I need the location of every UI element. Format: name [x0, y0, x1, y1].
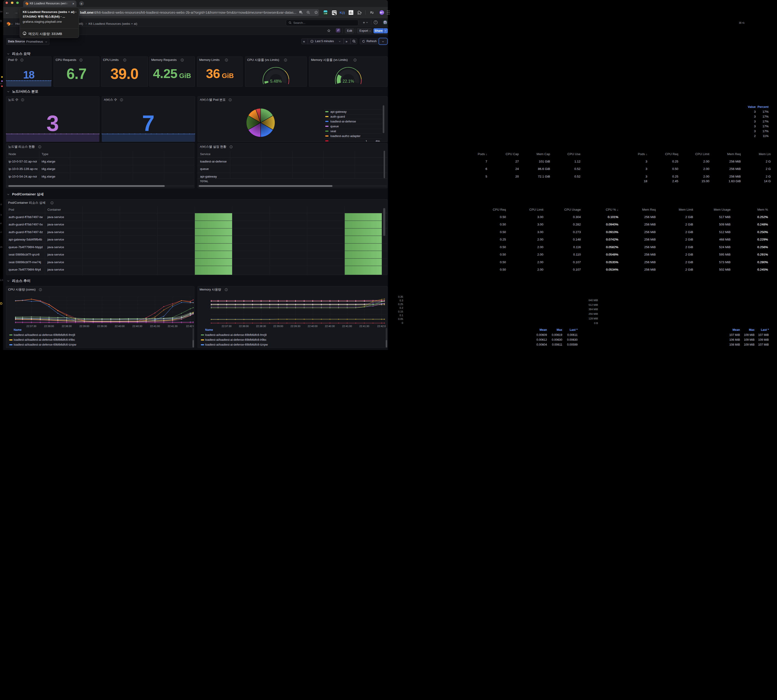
svg-text:?: ? — [375, 21, 376, 23]
svg-text:5.48%: 5.48% — [270, 79, 282, 83]
svg-text:G: G — [300, 11, 301, 13]
svg-text:22.1%: 22.1% — [343, 79, 354, 83]
